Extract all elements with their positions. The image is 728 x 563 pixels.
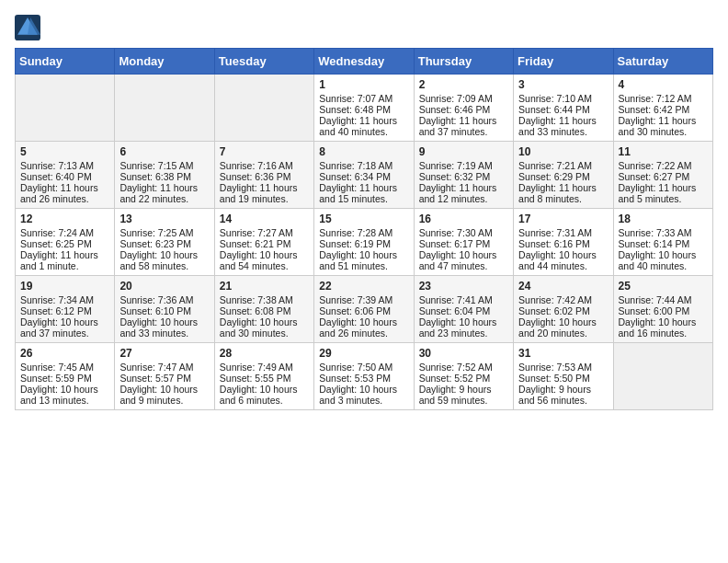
day-number: 26	[20, 347, 109, 360]
day-number: 16	[419, 213, 508, 225]
daylight-text: Daylight: 10 hours and 33 minutes.	[119, 316, 209, 339]
calendar-cell: 24Sunrise: 7:42 AMSunset: 6:02 PMDayligh…	[514, 276, 613, 343]
sunset-text: Sunset: 5:59 PM	[20, 373, 109, 384]
calendar-cell	[214, 75, 313, 142]
day-number: 28	[220, 347, 309, 360]
sunset-text: Sunset: 6:48 PM	[319, 104, 408, 115]
sunset-text: Sunset: 6:23 PM	[119, 238, 209, 249]
day-number: 27	[119, 347, 209, 360]
sunset-text: Sunset: 6:38 PM	[119, 171, 209, 182]
sunrise-text: Sunrise: 7:34 AM	[20, 294, 109, 305]
daylight-text: Daylight: 10 hours and 44 minutes.	[518, 249, 608, 271]
day-number: 18	[619, 213, 708, 225]
daylight-text: Daylight: 9 hours and 56 minutes.	[518, 384, 608, 406]
sunrise-text: Sunrise: 7:30 AM	[419, 227, 508, 238]
day-number: 8	[319, 145, 408, 158]
sunrise-text: Sunrise: 7:31 AM	[518, 227, 608, 238]
calendar-table: SundayMondayTuesdayWednesdayThursdayFrid…	[15, 48, 713, 410]
sunrise-text: Sunrise: 7:49 AM	[220, 362, 309, 373]
sunset-text: Sunset: 6:29 PM	[518, 171, 608, 182]
calendar-cell: 21Sunrise: 7:38 AMSunset: 6:08 PMDayligh…	[214, 276, 313, 343]
sunrise-text: Sunrise: 7:07 AM	[319, 93, 408, 104]
calendar-cell: 29Sunrise: 7:50 AMSunset: 5:53 PMDayligh…	[314, 343, 414, 410]
daylight-text: Daylight: 10 hours and 30 minutes.	[220, 316, 309, 339]
day-number: 29	[319, 347, 408, 360]
sunrise-text: Sunrise: 7:53 AM	[518, 362, 608, 373]
day-number: 23	[419, 280, 508, 293]
sunrise-text: Sunrise: 7:41 AM	[419, 294, 508, 305]
sunrise-text: Sunrise: 7:15 AM	[119, 160, 209, 171]
calendar-cell: 20Sunrise: 7:36 AMSunset: 6:10 PMDayligh…	[115, 276, 214, 343]
sunset-text: Sunset: 5:53 PM	[319, 373, 408, 384]
daylight-text: Daylight: 11 hours and 15 minutes.	[319, 182, 408, 204]
sunrise-text: Sunrise: 7:28 AM	[319, 227, 408, 238]
sunrise-text: Sunrise: 7:52 AM	[419, 362, 508, 373]
daylight-text: Daylight: 9 hours and 59 minutes.	[419, 384, 508, 406]
day-number: 14	[220, 213, 309, 225]
day-number: 4	[619, 78, 708, 91]
calendar-cell: 28Sunrise: 7:49 AMSunset: 5:55 PMDayligh…	[214, 343, 313, 410]
daylight-text: Daylight: 11 hours and 12 minutes.	[419, 182, 508, 204]
calendar-cell: 11Sunrise: 7:22 AMSunset: 6:27 PMDayligh…	[613, 142, 712, 209]
daylight-text: Daylight: 10 hours and 47 minutes.	[419, 249, 508, 271]
sunrise-text: Sunrise: 7:36 AM	[119, 294, 209, 305]
week-row-3: 12Sunrise: 7:24 AMSunset: 6:25 PMDayligh…	[16, 209, 713, 276]
sunset-text: Sunset: 6:40 PM	[20, 171, 109, 182]
sunset-text: Sunset: 5:52 PM	[419, 373, 508, 384]
sunrise-text: Sunrise: 7:50 AM	[319, 362, 408, 373]
week-row-1: 1Sunrise: 7:07 AMSunset: 6:48 PMDaylight…	[16, 75, 713, 142]
calendar-cell: 16Sunrise: 7:30 AMSunset: 6:17 PMDayligh…	[414, 209, 513, 276]
sunrise-text: Sunrise: 7:39 AM	[319, 294, 408, 305]
calendar-cell: 5Sunrise: 7:13 AMSunset: 6:40 PMDaylight…	[16, 142, 115, 209]
daylight-text: Daylight: 11 hours and 40 minutes.	[319, 115, 408, 137]
sunset-text: Sunset: 5:55 PM	[220, 373, 309, 384]
calendar-cell: 14Sunrise: 7:27 AMSunset: 6:21 PMDayligh…	[214, 209, 313, 276]
day-number: 17	[518, 213, 608, 225]
day-number: 25	[619, 280, 708, 293]
calendar-cell: 12Sunrise: 7:24 AMSunset: 6:25 PMDayligh…	[16, 209, 115, 276]
calendar-cell: 18Sunrise: 7:33 AMSunset: 6:14 PMDayligh…	[613, 209, 712, 276]
sunset-text: Sunset: 6:25 PM	[20, 238, 109, 249]
sunset-text: Sunset: 6:17 PM	[419, 238, 508, 249]
day-number: 24	[518, 280, 608, 293]
sunset-text: Sunset: 6:12 PM	[20, 305, 109, 316]
day-number: 5	[20, 145, 109, 158]
calendar-cell: 15Sunrise: 7:28 AMSunset: 6:19 PMDayligh…	[314, 209, 414, 276]
calendar-cell: 19Sunrise: 7:34 AMSunset: 6:12 PMDayligh…	[16, 276, 115, 343]
sunset-text: Sunset: 6:00 PM	[619, 305, 708, 316]
day-number: 12	[20, 213, 109, 225]
daylight-text: Daylight: 11 hours and 8 minutes.	[518, 182, 608, 204]
sunset-text: Sunset: 6:08 PM	[220, 305, 309, 316]
sunset-text: Sunset: 6:34 PM	[319, 171, 408, 182]
calendar-cell: 13Sunrise: 7:25 AMSunset: 6:23 PMDayligh…	[115, 209, 214, 276]
calendar-cell: 25Sunrise: 7:44 AMSunset: 6:00 PMDayligh…	[613, 276, 712, 343]
weekday-header-friday: Friday	[514, 49, 613, 75]
calendar-cell: 22Sunrise: 7:39 AMSunset: 6:06 PMDayligh…	[314, 276, 414, 343]
page-header	[15, 15, 713, 40]
daylight-text: Daylight: 11 hours and 37 minutes.	[419, 115, 508, 137]
daylight-text: Daylight: 10 hours and 40 minutes.	[619, 249, 708, 271]
calendar-cell: 4Sunrise: 7:12 AMSunset: 6:42 PMDaylight…	[613, 75, 712, 142]
day-number: 30	[419, 347, 508, 360]
daylight-text: Daylight: 10 hours and 20 minutes.	[518, 316, 608, 339]
weekday-header-saturday: Saturday	[613, 49, 712, 75]
day-number: 1	[319, 78, 408, 91]
sunrise-text: Sunrise: 7:09 AM	[419, 93, 508, 104]
calendar-cell: 31Sunrise: 7:53 AMSunset: 5:50 PMDayligh…	[514, 343, 613, 410]
weekday-header-row: SundayMondayTuesdayWednesdayThursdayFrid…	[16, 49, 713, 75]
daylight-text: Daylight: 11 hours and 30 minutes.	[619, 115, 708, 137]
logo-icon	[15, 15, 40, 40]
weekday-header-tuesday: Tuesday	[214, 49, 313, 75]
sunrise-text: Sunrise: 7:42 AM	[518, 294, 608, 305]
week-row-4: 19Sunrise: 7:34 AMSunset: 6:12 PMDayligh…	[16, 276, 713, 343]
weekday-header-thursday: Thursday	[414, 49, 513, 75]
daylight-text: Daylight: 11 hours and 26 minutes.	[20, 182, 109, 204]
sunrise-text: Sunrise: 7:27 AM	[220, 227, 309, 238]
daylight-text: Daylight: 10 hours and 51 minutes.	[319, 249, 408, 271]
day-number: 13	[119, 213, 209, 225]
sunset-text: Sunset: 6:36 PM	[220, 171, 309, 182]
daylight-text: Daylight: 10 hours and 54 minutes.	[220, 249, 309, 271]
sunrise-text: Sunrise: 7:16 AM	[220, 160, 309, 171]
calendar-cell: 10Sunrise: 7:21 AMSunset: 6:29 PMDayligh…	[514, 142, 613, 209]
week-row-5: 26Sunrise: 7:45 AMSunset: 5:59 PMDayligh…	[16, 343, 713, 410]
